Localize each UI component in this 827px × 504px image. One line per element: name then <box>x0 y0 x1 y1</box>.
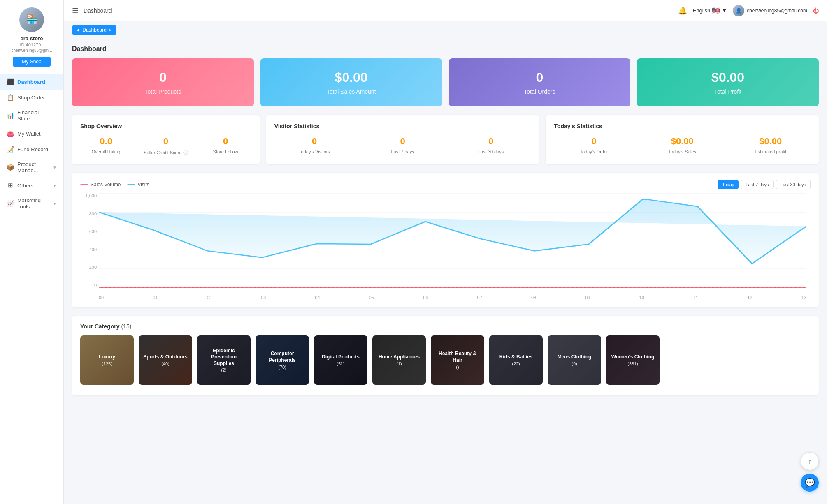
overview-panels: Shop Overview 0.0 Overall Rating 0 Selle… <box>72 115 819 164</box>
sidebar-item-fund-record[interactable]: 📝 Fund Record <box>0 141 63 157</box>
breadcrumb-bar: ● Dashboard × <box>64 21 827 39</box>
category-overlay-womens: Women's Clothing (381) <box>606 335 660 385</box>
store-id: ID 4012791 <box>20 42 44 47</box>
marketing-tools-icon: 📈 <box>7 200 14 207</box>
dashboard-icon: ⬛ <box>7 78 14 86</box>
bell-icon[interactable]: 🔔 <box>678 6 687 15</box>
today-button[interactable]: Today <box>718 180 739 189</box>
sidebar-item-dashboard[interactable]: ⬛ Dashboard <box>0 74 63 90</box>
breadcrumb-dot: ● <box>77 27 80 33</box>
chart-header: Sales Volume Visits Today Last 7 days La… <box>80 180 811 189</box>
sidebar-item-label: Others <box>17 183 33 189</box>
category-count-home: (1) <box>396 361 402 366</box>
legend-visits-label: Visits <box>137 182 149 187</box>
chevron-down-icon: ▼ <box>53 201 57 206</box>
total-products-label: Total Products <box>80 88 246 95</box>
sidebar-item-label: Shop Order <box>17 95 45 101</box>
sidebar-item-shop-order[interactable]: 📋 Shop Order <box>0 90 63 105</box>
category-name-sports: Sports & Outdoors <box>143 354 187 361</box>
last-7-days-value: 0 <box>362 136 443 147</box>
category-card-epidemic[interactable]: Epidemic Prevention Supplies (2) <box>197 335 251 385</box>
x-label-00: 00 <box>99 295 104 300</box>
todays-order-stat: 0 Today's Order <box>554 136 634 154</box>
others-icon: ⊞ <box>7 182 14 189</box>
category-overlay-sports: Sports & Outdoors (40) <box>139 335 192 385</box>
chat-button[interactable]: 💬 <box>801 474 819 492</box>
todays-visitors-stat: 0 Today's Visitors <box>274 136 355 154</box>
y-label-200: 200 <box>80 265 97 270</box>
flag-icon: 🇺🇸 <box>712 7 720 14</box>
user-menu[interactable]: 👤 chenwenjing85@gmail.com <box>733 5 807 16</box>
category-overlay-health: Health Beauty & Hair () <box>431 335 484 385</box>
category-card-computer[interactable]: Computer Peripherals (70) <box>256 335 309 385</box>
category-count-epidemic: (2) <box>221 368 226 372</box>
last7-button[interactable]: Last 7 days <box>741 180 773 189</box>
category-card-mens-clothing[interactable]: Mens Clothing (9) <box>548 335 601 385</box>
last-7-days-stat: 0 Last 7 days <box>362 136 443 154</box>
category-name-health: Health Beauty & Hair <box>434 351 481 363</box>
todays-stats-title: Today's Statistics <box>554 123 811 129</box>
category-card-luxury[interactable]: Luxury (125) <box>80 335 134 385</box>
user-avatar: 👤 <box>733 5 744 16</box>
visits-line-indicator <box>127 184 135 185</box>
stat-card-total-products: 0 Total Products <box>72 58 254 106</box>
stat-card-total-profit: $0.00 Total Profit <box>637 58 819 106</box>
x-label-06: 06 <box>423 295 428 300</box>
scroll-up-button[interactable]: ↑ <box>801 452 819 470</box>
category-scroll[interactable]: Luxury (125) Sports & Outdoors (40) Epid… <box>80 335 811 388</box>
sidebar-item-label: Fund Record <box>17 146 48 153</box>
category-overlay-luxury: Luxury (125) <box>80 335 134 385</box>
seller-credit-stat: 0 Seller Credit Score ⓘ <box>140 136 191 156</box>
category-card-home-appliances[interactable]: Home Appliances (1) <box>372 335 426 385</box>
sidebar-item-label: Financial State... <box>17 109 57 122</box>
sidebar-item-label: My Wallet <box>17 131 41 137</box>
my-shop-button[interactable]: My Shop <box>13 57 50 67</box>
overall-rating-stat: 0.0 Overall Rating <box>80 136 132 154</box>
breadcrumb-label: Dashboard <box>82 27 107 33</box>
category-name-computer: Computer Peripherals <box>259 351 306 363</box>
category-card-womens-clothing[interactable]: Women's Clothing (381) <box>606 335 660 385</box>
category-name-epidemic: Epidemic Prevention Supplies <box>200 348 247 367</box>
chart-time-buttons: Today Last 7 days Last 30 days <box>718 180 811 189</box>
sidebar-item-marketing-tools[interactable]: 📈 Marketing Tools ▼ <box>0 193 63 214</box>
category-overlay-digital: Digital Products (51) <box>314 335 367 385</box>
y-label-0: 0 <box>80 283 97 288</box>
category-header: Your Category (15) <box>80 323 811 330</box>
total-orders-value: 0 <box>457 70 623 85</box>
category-count-womens: (381) <box>627 361 638 366</box>
todays-order-label: Today's Order <box>554 149 634 154</box>
x-label-04: 04 <box>315 295 320 300</box>
close-icon[interactable]: × <box>109 28 112 32</box>
topbar: ☰ Dashboard 🔔 English 🇺🇸 ▼ 👤 chenwenjing… <box>64 0 827 21</box>
category-count-computer: (70) <box>278 365 286 370</box>
sidebar-item-financial-state[interactable]: 📊 Financial State... <box>0 105 63 126</box>
avatar: 🏪 <box>19 7 44 32</box>
store-follow-label: Store Follow <box>200 149 251 154</box>
total-profit-value: $0.00 <box>645 70 811 85</box>
last30-button[interactable]: Last 30 days <box>776 180 811 189</box>
x-label-13: 13 <box>801 295 806 300</box>
visitor-stats-values: 0 Today's Visitors 0 Last 7 days 0 Last … <box>274 136 531 154</box>
category-card-kids-babies[interactable]: Kids & Babies (22) <box>489 335 543 385</box>
sidebar-item-my-wallet[interactable]: 👛 My Wallet <box>0 126 63 141</box>
logout-icon[interactable]: ⏻ <box>813 7 819 14</box>
fund-record-icon: 📝 <box>7 146 14 153</box>
sidebar-item-product-manag[interactable]: 📦 Product Manag... ▼ <box>0 157 63 178</box>
category-card-sports[interactable]: Sports & Outdoors (40) <box>139 335 192 385</box>
sales-line-indicator <box>80 184 88 185</box>
category-card-health-beauty[interactable]: Health Beauty & Hair () <box>431 335 484 385</box>
sidebar-item-label: Marketing Tools <box>17 197 49 210</box>
category-count-health: () <box>456 365 459 370</box>
category-overlay-mens: Mens Clothing (9) <box>548 335 601 385</box>
language-selector[interactable]: English 🇺🇸 ▼ <box>693 7 727 14</box>
wallet-icon: 👛 <box>7 130 14 137</box>
menu-icon[interactable]: ☰ <box>72 6 79 15</box>
chart-section: Sales Volume Visits Today Last 7 days La… <box>72 173 819 307</box>
sidebar-item-others[interactable]: ⊞ Others ▼ <box>0 178 63 193</box>
category-card-digital[interactable]: Digital Products (51) <box>314 335 367 385</box>
sidebar-item-label: Dashboard <box>17 79 45 85</box>
chart-y-axis: 1,000 800 600 400 200 0 <box>80 193 97 288</box>
category-name-luxury: Luxury <box>99 354 115 361</box>
y-label-800: 800 <box>80 211 97 216</box>
overall-rating-label: Overall Rating <box>80 149 132 154</box>
